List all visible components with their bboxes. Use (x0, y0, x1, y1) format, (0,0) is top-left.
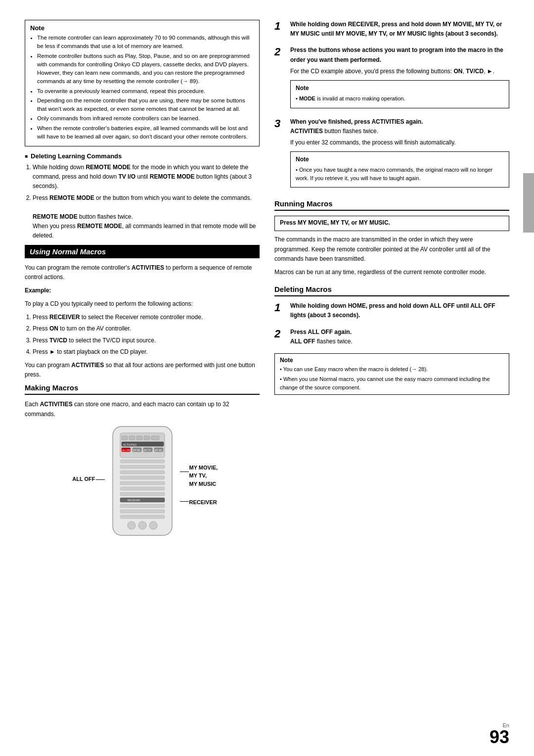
using-normal-macros-header: Using Normal Macros (25, 245, 260, 258)
step2-note: Note • MODE is invalid at macro making o… (290, 80, 509, 108)
diagram-my-movie-label: MY MOVIE, MY TV, MY MUSIC (189, 464, 239, 488)
svg-rect-3 (129, 436, 135, 440)
example-step-4: Press ► to start playback on the CD play… (33, 347, 260, 357)
svg-text:ALL OFF: ALL OFF (122, 449, 131, 451)
running-macros-body2: Macros can be run at any time, regardles… (274, 268, 509, 277)
diagram-all-off-label: ALL OFF (61, 476, 95, 482)
deleting-step-2: 2 Press ALL OFF again. ALL OFF flashes t… (274, 328, 509, 348)
left-column: Note The remote controller can learn app… (25, 20, 260, 726)
svg-rect-5 (144, 436, 150, 440)
right-step-1: 1 While holding down RECEIVER, press and… (274, 20, 509, 41)
deleting-macros-title: Deleting Macros (274, 285, 509, 296)
svg-rect-20 (120, 476, 165, 479)
svg-point-31 (149, 521, 157, 529)
page-number: 93 (490, 728, 509, 746)
note-item-6: When the remote controller's batteries e… (37, 124, 254, 142)
running-macros-body1: The commands in the macro are transmitte… (274, 235, 509, 264)
top-note-box: Note The remote controller can learn app… (25, 20, 260, 146)
using-normal-macros-intro: You can program the remote controller's … (25, 263, 260, 282)
right-step-2: 2 Press the buttons whose actions you wa… (274, 46, 509, 112)
svg-point-30 (138, 521, 146, 529)
svg-point-29 (128, 521, 135, 529)
svg-text:RECEIVER: RECEIVER (128, 498, 140, 501)
svg-rect-22 (120, 487, 165, 490)
diagram-right-arrow-top (180, 472, 189, 472)
making-macros-text: Each ACTIVITIES can store one macro, and… (25, 400, 260, 419)
note-item-5: Only commands from infrared remote contr… (37, 114, 254, 123)
note-item-4: Depending on the remote controller that … (37, 96, 254, 114)
deleting-macros-note: Note • You can use Easy macro when the m… (274, 353, 509, 395)
svg-text:ACTIVITIES: ACTIVITIES (123, 443, 137, 446)
svg-rect-19 (120, 471, 165, 474)
svg-rect-21 (120, 481, 165, 485)
step3-note: Note • Once you have taught a new macro … (290, 151, 509, 188)
deleting-learning-section: Deleting Learning Commands While holding… (25, 152, 260, 241)
svg-rect-6 (151, 436, 159, 440)
deleting-step-1: 1 While holding down HOME, press and hol… (274, 301, 509, 322)
right-step-3: 3 When you've finished, press ACTIVITIES… (274, 117, 509, 192)
running-macros-title: Running Macros (274, 199, 509, 211)
example-step-1: Press RECEIVER to select the Receiver re… (33, 313, 260, 322)
example-text: To play a CD you typically need to perfo… (25, 299, 260, 309)
example-label: Example: (25, 286, 260, 295)
svg-rect-27 (120, 510, 165, 513)
svg-rect-28 (120, 515, 165, 519)
deleting-macros-section: Deleting Macros 1 While holding down HOM… (274, 285, 509, 395)
right-tab-decoration (523, 173, 534, 233)
activities-note: You can program ACTIVITIES so that all f… (25, 361, 260, 379)
remote-diagram: ALL OFF MY MOVIE, MY TV, MY MUSIC RECEIV… (25, 424, 260, 539)
svg-rect-18 (120, 465, 165, 469)
diagram-receiver-label: RECEIVER (189, 499, 234, 505)
note-title: Note (30, 24, 254, 32)
svg-text:MY MS: MY MS (155, 449, 162, 451)
note-list: The remote controller can learn approxim… (30, 34, 254, 141)
right-column: 1 While holding down RECEIVER, press and… (274, 20, 509, 726)
page-number-area: En 93 (490, 722, 509, 746)
example-step-2: Press ON to turn on the AV controller. (33, 324, 260, 333)
diagram-right-arrow-bottom (180, 501, 189, 502)
deleting-step-2: Press REMOTE MODE or the button from whi… (33, 193, 260, 241)
svg-rect-23 (120, 492, 165, 496)
diagram-left-arrow (96, 479, 105, 480)
running-macros-section: Running Macros Press MY MOVIE, MY TV, or… (274, 199, 509, 277)
svg-text:MY MV: MY MV (133, 449, 140, 451)
deleting-step-1: While holding down REMOTE MODE for the m… (33, 163, 260, 191)
remote-control-svg: ACTIVITIES ALL OFF MY MV MY TV MY MS (98, 424, 187, 538)
svg-rect-4 (136, 436, 142, 440)
svg-text:MY TV: MY TV (144, 449, 151, 451)
note-item-2: Remote controller buttons such as Play, … (37, 52, 254, 86)
making-macros-title: Making Macros (25, 383, 260, 395)
svg-rect-24 (120, 498, 165, 502)
deleting-learning-title: Deleting Learning Commands (25, 152, 260, 160)
svg-rect-17 (120, 460, 165, 463)
note-item-3: To overwrite a previously learned comman… (37, 87, 254, 95)
example-step-3: Press TV/CD to select the TV/CD input so… (33, 336, 260, 345)
note-item-1: The remote controller can learn approxim… (37, 34, 254, 51)
svg-rect-26 (120, 504, 165, 508)
svg-rect-2 (122, 436, 128, 440)
deleting-learning-steps: While holding down REMOTE MODE for the m… (25, 163, 260, 241)
running-macros-press-note: Press MY MOVIE, MY TV, or MY MUSIC. (274, 216, 509, 231)
example-steps: Press RECEIVER to select the Receiver re… (25, 313, 260, 357)
